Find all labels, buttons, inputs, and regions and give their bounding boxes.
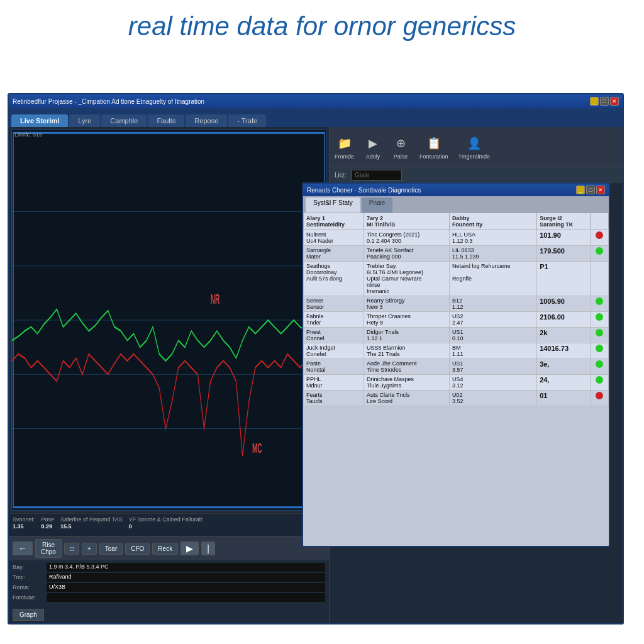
table-cell-value: 3e, [537,359,591,375]
minimize-btn[interactable]: _ [590,97,599,106]
lirz-label: Lirz: [335,172,347,179]
table-cell-value: 24, [537,375,591,391]
tab-lyre[interactable]: Lyre [69,114,100,127]
tab-repose[interactable]: Repose [186,114,227,127]
table-cell: Tenele AK SorrfactPaacking 000 [364,246,450,262]
chart-label: Llinrfc: 515 [14,131,42,138]
status-dot-red [596,392,603,399]
table-row: Juck IndgetConefetUSS5 ElarmienThe 21 Tn… [304,343,609,359]
tab-live[interactable]: Live Steriml [11,114,68,127]
tmgeralmde-button[interactable]: 👤 Tmgeralmde [458,135,491,160]
info-row-fomluse: Fomluse: [13,593,325,602]
table-cell: BM1.11 [449,343,536,359]
table-row: SarnargleMaterTenele AK SorrfactPaacking… [304,246,609,262]
table-cell-value: 14016.73 [537,343,591,359]
graph-button[interactable]: Graph [13,609,44,621]
status-dot-green [596,376,603,384]
table-cell-value: 179.500 [537,246,591,262]
table-cell: Rearry StlrorgyNew 3 [364,296,450,312]
col-header-1: Alary 1Sestimateidity [304,213,364,230]
table-row: SenrerSensorRearry StlrorgyNew 3B121.121… [304,296,609,312]
square-button[interactable]: □ [64,543,79,555]
status-cell [591,391,609,406]
table-cell: PPHLMdnur [304,375,364,391]
roma-value: U/X3B [47,583,325,592]
diag-table-area: Alary 1Sestimateidity 7ary 2MI TinllV/S … [303,213,609,546]
chpo-label: Chpo [41,548,56,555]
circle-plus-icon: ⊕ [392,135,409,152]
toar-button[interactable]: Toar [99,543,123,555]
bay-value: 1.9 m 3.4. P/B 5.3.4 PC [47,563,325,572]
svg-text:NR: NR [211,292,220,307]
bay-label: Bay: [13,564,44,570]
status-dot-green [596,345,603,352]
col-header-status [591,213,609,230]
page-title: real time data for ornor genericss [0,11,644,42]
close-btn[interactable]: ✕ [610,97,619,106]
tab-faults[interactable]: Faults [148,114,184,127]
palse-button[interactable]: ⊕ Palse [392,135,409,160]
stat-saferlne-value: 15.5 [60,523,123,530]
stat-svonnet: Svonnet: 1.35 [13,516,35,533]
stat-saferlne: Saferlne of Pequmd TAS 15.5 [60,516,123,533]
diagnostics-window: Renauts Choner - Sontbvale Diagnnotics _… [302,182,610,547]
tab-camphle[interactable]: Camphle [101,114,147,127]
diag-tab-pnale[interactable]: Pnale [362,197,393,213]
main-tab-bar: Live Steriml Lyre Camphle Faults Repose … [9,108,623,127]
table-cell: FahnleTnder [304,312,364,328]
table-cell: B121.12 [449,296,536,312]
table-cell-value: 1005.90 [537,296,591,312]
diag-minimize[interactable]: _ [576,186,585,194]
plus-button[interactable]: + [82,543,97,555]
tab-trafe[interactable]: - Trafe [228,114,266,127]
roma-label: Roma: [13,584,44,591]
restore-btn[interactable]: □ [600,97,609,106]
info-row-bay: Bay: 1.9 m 3.4. P/B 5.3.4 PC [13,563,325,572]
stat-yf-value: 0 [129,523,204,530]
stat-yf: YF Sonme & Calned Falluralt: 0 [129,516,204,533]
table-cell: SenrerSensor [304,296,364,312]
back-button[interactable]: ← [13,541,33,555]
table-cell: US43.12 [449,375,536,391]
table-cell: NultrentUc4 Nader [304,230,364,246]
table-cell: SarnargleMater [304,246,364,262]
diag-tab-status[interactable]: Syst&l F Staty [306,197,360,213]
left-panel: Llinrfc: 515 NR M [9,127,330,623]
status-cell [591,359,609,375]
status-dot-green [596,360,603,368]
stat-yf-label: YF Sonme & Calned Falluralt: [129,516,204,523]
folder-icon: 📁 [336,135,353,152]
table-row: PasteNonctalAode Jhe CommentTime Stnodes… [304,359,609,375]
table-cell: FeartsTaucls [304,391,364,406]
fomluse-label: Fomluse: [13,594,44,601]
table-cell: US22.47 [449,312,536,328]
status-cell [591,230,609,246]
rise-chpo-button[interactable]: Rise Chpo [35,539,62,558]
table-cell-value: 2k [537,328,591,343]
table-cell: Tinc Congrets (2021)0.1 2.404 300 [364,230,450,246]
status-dot-green [596,297,603,305]
col-header-2: 7ary 2MI TinllV/S [364,213,450,230]
adoly-button[interactable]: ▶ Adoly [364,135,382,160]
diag-restore[interactable]: □ [586,186,595,194]
pipe-button[interactable]: | [201,541,215,555]
table-row: PPHLMdnurDrinichare MaspesTlule JygnimsU… [304,375,609,391]
play-button[interactable]: ▶ [180,541,199,555]
table-cell: U023.52 [449,391,536,406]
cfo-button[interactable]: CFO [125,543,150,555]
app-titlebar: Retinbedflur Projasse - _Cimpation Ad tl… [9,94,623,108]
table-cell: US10.10 [449,328,536,343]
table-cell: Trebler Say.6i.5i.T6 4/MI Legonee)Uptal … [364,262,450,296]
stat-pose-value: 0.29 [42,523,55,530]
fonturation-button[interactable]: 📋 Fonturation [419,135,448,160]
table-row: FeartsTauclsAuts Clarte TnclsLire ScordU… [304,391,609,406]
status-cell [591,343,609,359]
reck-button[interactable]: Reck [152,543,178,555]
table-row: SeathogsDocorrolnayAulit 57s dongTrebler… [304,262,609,296]
table-cell: SeathogsDocorrolnayAulit 57s dong [304,262,364,296]
status-dot-green [596,313,603,321]
stat-svonnet-label: Svonnet: [13,516,35,523]
diag-close[interactable]: ✕ [596,186,605,194]
filter-input[interactable] [352,170,402,180]
fromde-button[interactable]: 📁 Fromde [335,135,354,160]
